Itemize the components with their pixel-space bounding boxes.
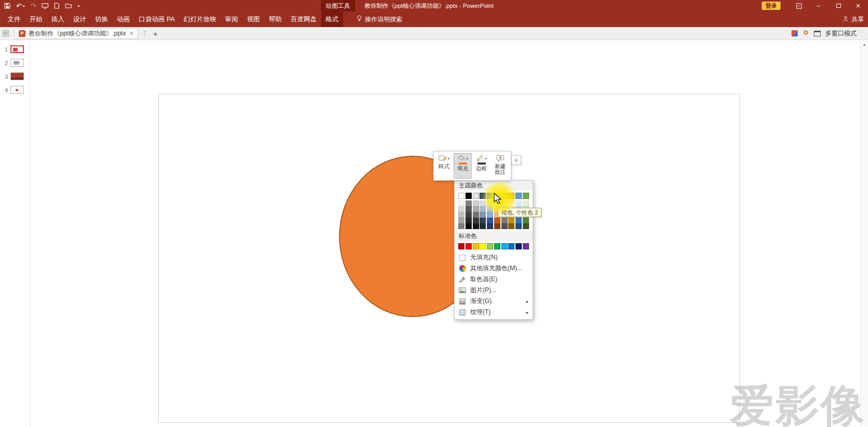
ribbon-tab-幻灯片放映[interactable]: 幻灯片放映 xyxy=(179,11,221,27)
theme-variant-swatch[interactable] xyxy=(473,200,479,206)
theme-variant-swatch[interactable] xyxy=(473,218,479,223)
theme-color-swatch[interactable] xyxy=(480,193,486,199)
tell-me-search[interactable]: 操作说明搜索 xyxy=(357,15,402,24)
theme-variant-swatch[interactable] xyxy=(487,200,493,206)
theme-variant-swatch[interactable] xyxy=(487,223,493,229)
ribbon-tab-格式[interactable]: 格式 xyxy=(321,11,343,27)
add-button[interactable]: + xyxy=(511,155,521,165)
new-tab-button[interactable]: + xyxy=(153,30,158,37)
menu-item-eyedropper[interactable]: 取色器(E) xyxy=(455,274,533,285)
document-tab[interactable]: P 教你制作《ppt核心强调功能》.pptx ✕ xyxy=(15,28,138,39)
ribbon-tab-切换[interactable]: 切换 xyxy=(91,11,112,27)
theme-variant-swatch[interactable] xyxy=(508,223,514,229)
tab-more-icon[interactable]: ⋮ xyxy=(142,30,147,37)
open-folder-icon[interactable] xyxy=(65,3,72,8)
standard-color-swatch[interactable] xyxy=(508,243,514,249)
shape-style-button[interactable]: ▾ 样式 xyxy=(435,153,453,179)
undo-dropdown-icon[interactable]: ▾ xyxy=(23,4,25,8)
settings-gear-icon[interactable] xyxy=(802,29,809,37)
theme-variant-swatch[interactable] xyxy=(458,218,464,223)
slide-thumbnail-3[interactable]: 3 xyxy=(0,72,30,80)
theme-variant-swatch[interactable] xyxy=(494,223,500,229)
ribbon-tab-动画[interactable]: 动画 xyxy=(112,11,134,27)
theme-variant-swatch[interactable] xyxy=(487,206,493,212)
theme-color-swatch[interactable] xyxy=(508,193,514,199)
menu-item-no-fill[interactable]: 无填充(N) xyxy=(455,252,533,263)
redo-icon[interactable]: ↷ xyxy=(30,3,36,9)
ribbon-tab-文件[interactable]: 文件 xyxy=(3,11,25,27)
standard-color-swatch[interactable] xyxy=(480,243,486,249)
theme-color-swatch[interactable] xyxy=(523,193,529,199)
ribbon-tab-百度网盘[interactable]: 百度网盘 xyxy=(286,11,321,27)
theme-variant-swatch[interactable] xyxy=(458,206,464,212)
ribbon-display-options-icon[interactable] xyxy=(789,0,809,11)
scroll-up-icon[interactable]: ▲ xyxy=(861,41,868,48)
theme-variant-swatch[interactable] xyxy=(458,212,464,218)
theme-color-swatch[interactable] xyxy=(473,193,479,199)
undo-icon[interactable]: ↶▾ xyxy=(16,3,24,9)
theme-variant-swatch[interactable] xyxy=(487,218,493,223)
theme-variant-swatch[interactable] xyxy=(523,218,529,223)
ribbon-tab-口袋动画 PA[interactable]: 口袋动画 PA xyxy=(134,11,179,27)
theme-variant-swatch[interactable] xyxy=(494,200,500,206)
theme-variant-swatch[interactable] xyxy=(466,223,472,229)
close-button[interactable]: ✕ xyxy=(848,0,868,11)
theme-variant-swatch[interactable] xyxy=(466,212,472,218)
theme-variant-swatch[interactable] xyxy=(473,212,479,218)
theme-variant-swatch[interactable] xyxy=(501,218,508,223)
slide-thumbnail-2[interactable]: 2 xyxy=(0,59,30,67)
standard-color-swatch[interactable] xyxy=(515,243,522,249)
theme-variant-swatch[interactable] xyxy=(523,223,529,229)
menu-item-texture[interactable]: 纹理(T)▸ xyxy=(455,307,533,318)
menu-item-picture[interactable]: 图片(P)... xyxy=(455,285,533,296)
standard-color-swatch[interactable] xyxy=(473,243,479,249)
menu-item-more-colors[interactable]: 其他填充颜色(M)... xyxy=(455,263,533,274)
theme-variant-swatch[interactable] xyxy=(508,218,514,223)
theme-color-swatch[interactable] xyxy=(494,193,500,199)
theme-color-swatch[interactable] xyxy=(501,193,508,199)
fill-button[interactable]: ▾ 填充 xyxy=(454,153,472,179)
theme-variant-swatch[interactable] xyxy=(487,212,493,218)
standard-color-swatch[interactable] xyxy=(494,243,500,249)
slide-thumbnail-1[interactable]: 1 xyxy=(0,45,30,53)
plugin-skin-icon[interactable] xyxy=(791,30,798,36)
theme-variant-swatch[interactable] xyxy=(480,218,486,223)
theme-variant-swatch[interactable] xyxy=(458,200,464,206)
ribbon-tab-审阅[interactable]: 审阅 xyxy=(221,11,243,27)
theme-variant-swatch[interactable] xyxy=(480,206,486,212)
theme-variant-swatch[interactable] xyxy=(523,200,529,206)
multi-window-label[interactable]: 多窗口模式 xyxy=(825,29,857,38)
monitor-icon[interactable] xyxy=(42,3,48,9)
theme-color-swatch[interactable] xyxy=(515,193,522,199)
save-icon[interactable] xyxy=(4,3,10,9)
menu-item-gradient[interactable]: 渐变(G)▸ xyxy=(455,296,533,307)
standard-color-swatch[interactable] xyxy=(458,243,464,249)
vertical-scrollbar[interactable]: ▲ xyxy=(860,41,868,427)
maximize-button[interactable] xyxy=(828,0,848,11)
theme-variant-swatch[interactable] xyxy=(480,212,486,218)
theme-color-swatch[interactable] xyxy=(458,193,464,199)
theme-variant-swatch[interactable] xyxy=(473,223,479,229)
customize-qat-icon[interactable]: ▾ xyxy=(78,4,80,8)
theme-variant-swatch[interactable] xyxy=(494,218,500,223)
slide-thumbnail-4[interactable]: 4 xyxy=(0,86,30,94)
standard-color-swatch[interactable] xyxy=(501,243,508,249)
minimize-button[interactable]: ─ xyxy=(809,0,828,11)
theme-color-swatch[interactable] xyxy=(466,193,472,199)
ribbon-tab-帮助[interactable]: 帮助 xyxy=(265,11,286,27)
theme-variant-swatch[interactable] xyxy=(515,200,522,206)
outline-button[interactable]: ▾ 边框 xyxy=(472,153,490,179)
tab-close-icon[interactable]: ✕ xyxy=(129,31,134,36)
ribbon-tab-开始[interactable]: 开始 xyxy=(25,11,47,27)
ribbon-tab-插入[interactable]: 插入 xyxy=(47,11,69,27)
standard-color-swatch[interactable] xyxy=(466,243,472,249)
new-comment-button[interactable]: 新建批注 xyxy=(491,153,509,179)
theme-variant-swatch[interactable] xyxy=(508,200,514,206)
ribbon-tab-设计[interactable]: 设计 xyxy=(69,11,91,27)
new-document-icon[interactable] xyxy=(54,3,59,9)
theme-variant-swatch[interactable] xyxy=(501,223,508,229)
tab-list-icon[interactable] xyxy=(3,30,9,36)
theme-variant-swatch[interactable] xyxy=(515,223,522,229)
theme-variant-swatch[interactable] xyxy=(458,223,464,229)
standard-color-swatch[interactable] xyxy=(523,243,529,249)
